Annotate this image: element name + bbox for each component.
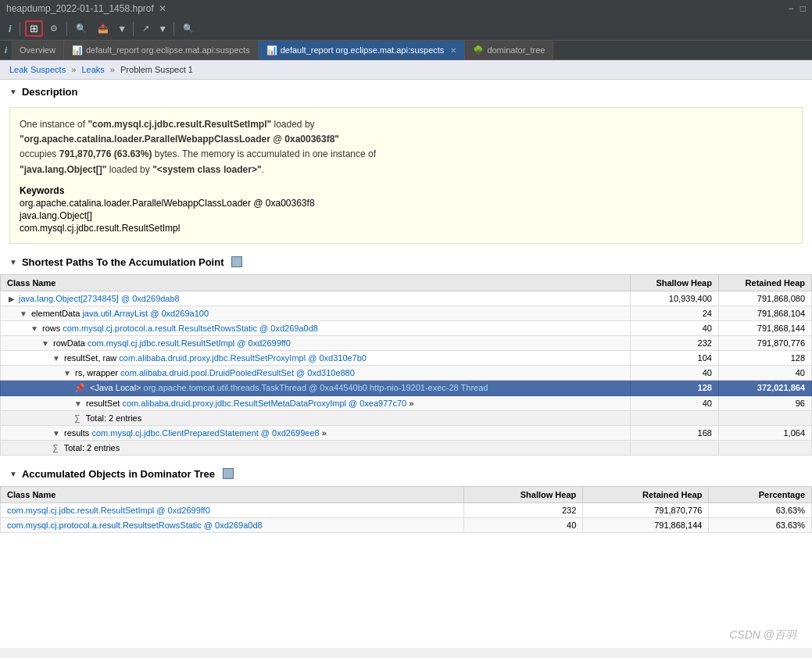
accumulated-collapse-icon: ▼	[9, 470, 17, 478]
tab-report1[interactable]: 📊 default_report org.eclipse.mat.api:sus…	[64, 41, 259, 59]
row6-indent: 📌 <Java Local> org.apache.tomcat.util.th…	[7, 383, 488, 392]
row8-retained	[718, 410, 811, 425]
row8-indent: ∑ Total: 2 entries	[7, 413, 141, 423]
accumulated-table: Class Name Shallow Heap Retained Heap Pe…	[0, 486, 812, 533]
row5-expand[interactable]: ▼	[63, 369, 71, 377]
keywords-title: Keywords	[20, 185, 792, 196]
tab-report2-close[interactable]: ✕	[450, 46, 456, 55]
row2-class: ▼ rows com.mysql.cj.protocol.a.result.Re…	[1, 320, 631, 335]
toolbar: i ⊞ ⚙ 🔍 📤 ▼ ↗ ▼ 🔍	[0, 17, 812, 41]
row6-shallow: 128	[631, 380, 719, 395]
row1-link[interactable]: java.util.ArrayList @ 0xd269a100	[82, 309, 209, 318]
dropdown1[interactable]: ▼	[116, 23, 128, 34]
breadcrumb-sep1: »	[71, 65, 78, 74]
table-row: ▼ resultSet com.alibaba.druid.proxy.jdbc…	[1, 395, 812, 410]
row1-class: ▼ elementData java.util.ArrayList @ 0xd2…	[1, 306, 631, 320]
row4-indent: ▼ resultSet, raw com.alibaba.druid.proxy…	[7, 353, 367, 363]
main-content: Leak Suspects » Leaks » Problem Suspect …	[0, 60, 812, 648]
breadcrumb-sep2: »	[110, 65, 117, 74]
row0-expand[interactable]: ▶	[9, 295, 15, 303]
maximize-btn[interactable]: □	[800, 3, 806, 14]
row6-class: 📌 <Java Local> org.apache.tomcat.util.th…	[1, 380, 631, 395]
row2-shallow: 40	[631, 320, 719, 335]
tab-report2[interactable]: 📊 default_report org.eclipse.mat.api:sus…	[259, 41, 466, 59]
watermark: CSDN @百羽	[729, 628, 796, 642]
acc-row1-link[interactable]: com.mysql.cj.protocol.a.result.Resultset…	[7, 520, 263, 530]
minimize-btn[interactable]: −	[789, 3, 794, 14]
tab-dominator[interactable]: 🌳 dominator_tree	[465, 41, 553, 59]
dropdown2[interactable]: ▼	[156, 23, 169, 34]
row4-expand[interactable]: ▼	[52, 354, 60, 363]
tab-dominator-icon: 🌳	[473, 45, 484, 55]
kw-item-1: java.lang.Object[]	[20, 210, 792, 221]
row5-indent: ▼ rs, wrapper com.alibaba.druid.pool.Dru…	[7, 368, 355, 377]
kw-item-0: org.apache.catalina.loader.ParallelWebap…	[20, 198, 792, 209]
inspect-btn[interactable]: 🔍	[72, 21, 91, 36]
row1-expand[interactable]: ▼	[20, 309, 27, 318]
row4-shallow: 104	[631, 350, 719, 365]
row3-class: ▼ rowData com.mysql.cj.jdbc.result.Resul…	[1, 335, 631, 350]
row1-prefix: elementData	[31, 309, 82, 318]
title-bar-controls: − □	[789, 3, 806, 14]
export-btn[interactable]: 📤	[94, 21, 113, 36]
sep1	[20, 22, 20, 36]
row9-prefix: results	[64, 428, 91, 438]
breadcrumb-leak-suspects[interactable]: Leak Suspects	[9, 65, 66, 74]
row9-class: ▼ results com.mysql.cj.jdbc.ClientPrepar…	[1, 425, 631, 440]
breadcrumb-leaks[interactable]: Leaks	[81, 65, 104, 74]
tab-overview[interactable]: Overview	[12, 41, 64, 59]
row8-sum-icon: ∑	[74, 413, 80, 423]
row6-link[interactable]: org.apache.tomcat.util.threads.TaskThrea…	[144, 383, 488, 392]
share-btn[interactable]: ↗	[138, 21, 153, 36]
shortest-paths-header[interactable]: ▼ Shortest Paths To the Accumulation Poi…	[0, 250, 812, 274]
row10-sum-text: Total: 2 entries	[64, 443, 120, 452]
row10-shallow	[631, 440, 719, 455]
row7-expand[interactable]: ▼	[74, 399, 82, 408]
row0-indent: ▶ java.lang.Object[2734845] @ 0xd269dab8	[7, 294, 180, 303]
row2-expand[interactable]: ▼	[30, 324, 38, 333]
sep4	[173, 22, 174, 36]
description-text: One instance of "com.mysql.cj.jdbc.resul…	[20, 117, 792, 177]
row5-shallow: 40	[631, 365, 719, 380]
tab-bar: i Overview 📊 default_report org.eclipse.…	[0, 41, 812, 60]
shortest-paths-header-row: Class Name Shallow Heap Retained Heap	[1, 274, 812, 291]
row8-sum-text: Total: 2 entries	[86, 413, 142, 423]
description-section-header[interactable]: ▼ Description	[0, 80, 812, 104]
description-title: Description	[22, 86, 78, 98]
row2-link[interactable]: com.mysql.cj.protocol.a.result.Resultset…	[63, 324, 318, 333]
acc-col-shallow: Shallow Heap	[463, 486, 583, 502]
acc-row1-pct: 63.63%	[709, 517, 812, 532]
heap-tab-btn[interactable]: ⊞	[25, 20, 43, 37]
row6-prefix: <Java Local>	[90, 383, 144, 392]
row2-retained: 791,868,144	[718, 320, 811, 335]
row5-class: ▼ rs, wrapper com.alibaba.druid.pool.Dru…	[1, 365, 631, 380]
accumulated-table-section: Class Name Shallow Heap Retained Heap Pe…	[0, 486, 812, 533]
row0-shallow: 10,939,400	[631, 291, 719, 306]
title-close[interactable]: ✕	[159, 3, 166, 14]
search-btn[interactable]: 🔍	[179, 21, 198, 36]
accumulated-objects-header[interactable]: ▼ Accumulated Objects in Dominator Tree	[0, 462, 812, 486]
row0-link[interactable]: java.lang.Object[2734845] @ 0xd269dab8	[19, 294, 180, 303]
col-class-name: Class Name	[1, 274, 631, 291]
row9-shallow: 168	[631, 425, 719, 440]
acc-row1-retained: 791,868,144	[583, 517, 709, 532]
row5-link[interactable]: com.alibaba.druid.pool.DruidPooledResult…	[120, 368, 355, 377]
row9-link[interactable]: com.mysql.cj.jdbc.ClientPreparedStatemen…	[91, 428, 319, 438]
row4-link[interactable]: com.alibaba.druid.proxy.jdbc.ResultSetPr…	[119, 353, 367, 363]
row9-expand[interactable]: ▼	[52, 429, 60, 438]
row7-suffix: »	[409, 399, 413, 408]
shortest-paths-title: Shortest Paths To the Accumulation Point	[22, 256, 224, 268]
row0-retained: 791,868,080	[718, 291, 811, 306]
thread-btn[interactable]: ⚙	[46, 21, 62, 36]
row3-link[interactable]: com.mysql.cj.jdbc.result.ResultSetImpl @…	[88, 338, 291, 348]
info-btn[interactable]: i	[5, 22, 15, 36]
app-title: heapdump_2022-01-11_1458.hprof	[6, 3, 154, 14]
row8-shallow	[631, 410, 719, 425]
row3-expand[interactable]: ▼	[41, 339, 49, 348]
acc-row1-class: com.mysql.cj.protocol.a.result.Resultset…	[1, 517, 464, 532]
row7-link[interactable]: com.alibaba.druid.proxy.jdbc.ResultSetMe…	[122, 399, 406, 408]
tab-report1-icon: 📊	[72, 45, 83, 55]
acc-row0-link[interactable]: com.mysql.cj.jdbc.result.ResultSetImpl @…	[7, 506, 210, 515]
breadcrumb: Leak Suspects » Leaks » Problem Suspect …	[0, 60, 812, 80]
table-row-sum: ∑ Total: 2 entries	[1, 440, 812, 455]
